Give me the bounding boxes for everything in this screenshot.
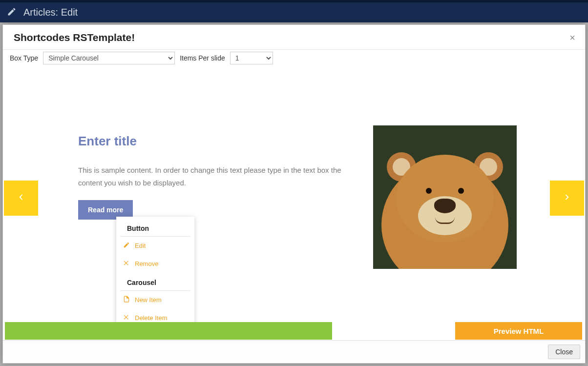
- controls-row: Box Type Simple Carousel Items Per slide…: [3, 50, 585, 67]
- box-type-label: Box Type: [10, 54, 38, 62]
- carousel-prev-button[interactable]: [4, 181, 38, 216]
- modal-footer: Close: [3, 340, 585, 363]
- slide-title[interactable]: Enter title: [78, 134, 137, 149]
- file-icon: [123, 296, 130, 304]
- context-new-item-label: New Item: [135, 296, 162, 304]
- context-section-button: Button: [120, 222, 190, 237]
- modal-body: Box Type Simple Carousel Items Per slide…: [3, 50, 585, 340]
- context-section-carousel: Carousel: [120, 276, 190, 291]
- context-delete-item-label: Delete Item: [135, 314, 167, 322]
- context-remove[interactable]: Remove: [116, 255, 194, 273]
- chevron-left-icon: [16, 192, 26, 204]
- carousel-next-button[interactable]: [550, 181, 584, 216]
- chevron-right-icon: [562, 192, 572, 204]
- slide-image[interactable]: [373, 125, 517, 269]
- x-icon: [123, 314, 130, 322]
- x-icon: [123, 260, 130, 268]
- context-remove-label: Remove: [135, 260, 158, 267]
- page-title: Articles: Edit: [23, 7, 78, 18]
- modal-title: Shortcodes RSTemplate!: [14, 32, 135, 43]
- modal-header: Shortcodes RSTemplate! ×: [3, 25, 585, 50]
- box-type-select[interactable]: Simple Carousel: [43, 52, 175, 64]
- action-bar[interactable]: [5, 322, 332, 340]
- close-icon[interactable]: ×: [569, 32, 575, 43]
- scroll-area[interactable]: Box Type Simple Carousel Items Per slide…: [3, 50, 585, 340]
- slide-body[interactable]: This is sample content. In order to chan…: [78, 164, 366, 189]
- context-new-item[interactable]: New Item: [116, 291, 194, 309]
- context-edit-label: Edit: [135, 242, 146, 249]
- app-header: Articles: Edit: [0, 0, 588, 22]
- shortcodes-modal: Shortcodes RSTemplate! × Box Type Simple…: [2, 24, 586, 364]
- items-per-slide-label: Items Per slide: [180, 54, 225, 62]
- context-edit[interactable]: Edit: [116, 237, 194, 255]
- items-per-slide-select[interactable]: 1: [230, 52, 273, 64]
- pencil-icon: [7, 7, 23, 19]
- close-button[interactable]: Close: [548, 345, 580, 359]
- preview-html-button[interactable]: Preview HTML: [455, 322, 582, 340]
- context-menu: Button Edit Remove Carousel New Item: [116, 217, 194, 330]
- pencil-icon: [123, 242, 130, 250]
